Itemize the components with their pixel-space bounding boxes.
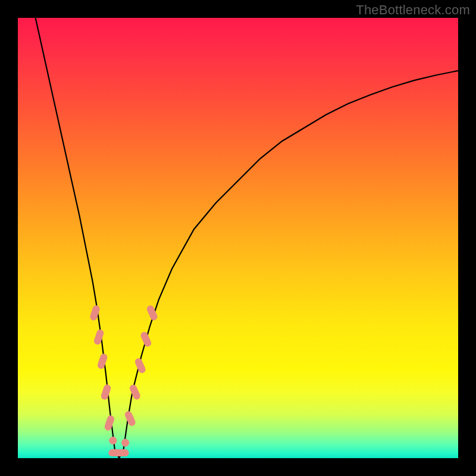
marker: [104, 415, 115, 431]
marker: [93, 328, 104, 345]
curve-svg: [18, 18, 458, 458]
marker: [129, 384, 142, 401]
marker: [124, 410, 137, 427]
marker: [96, 353, 108, 369]
marker: [140, 331, 153, 348]
bottleneck-curve: [36, 18, 458, 458]
marker: [115, 449, 129, 456]
marker: [100, 384, 111, 400]
marker: [134, 357, 147, 374]
marker: [109, 437, 117, 444]
curve-path: [36, 18, 458, 458]
marker: [121, 439, 129, 447]
plot-area: [18, 18, 458, 458]
watermark-text: TheBottleneck.com: [356, 2, 470, 18]
chart-frame: TheBottleneck.com: [0, 0, 476, 476]
